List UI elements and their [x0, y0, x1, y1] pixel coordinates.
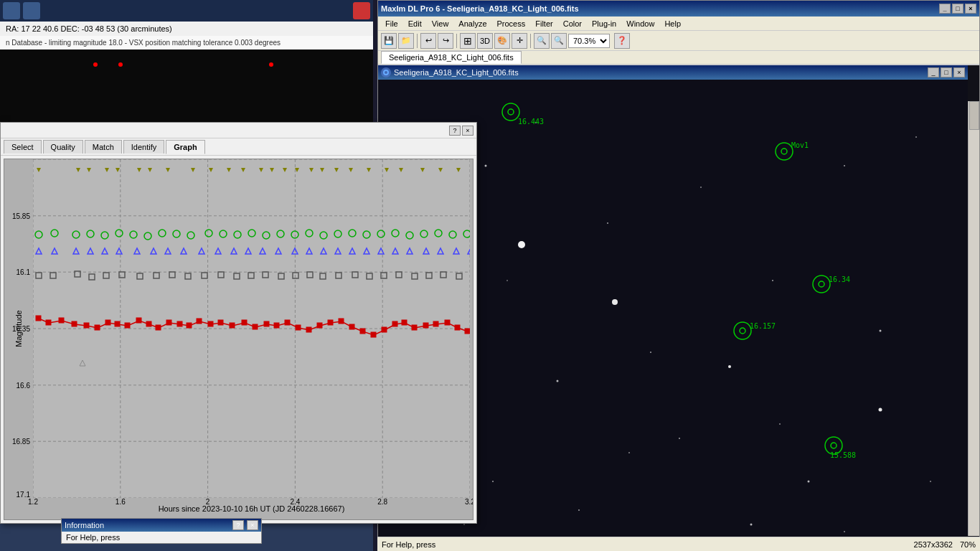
svg-rect-201	[328, 320, 333, 325]
svg-point-6	[700, 187, 702, 188]
menu-help[interactable]: Help	[660, 18, 685, 29]
menu-window[interactable]: Window	[622, 18, 659, 29]
toolbar-cross-btn[interactable]: ✛	[512, 33, 527, 49]
menu-edit[interactable]: Edit	[404, 18, 426, 29]
svg-rect-213	[455, 325, 460, 330]
toolbar-redo-btn[interactable]: ↪	[438, 33, 453, 49]
desktop-icon-3	[353, 2, 370, 19]
close-button[interactable]: ×	[965, 4, 976, 14]
info-close-btn[interactable]: ×	[247, 520, 258, 530]
toolbar-help-btn[interactable]: ❓	[614, 33, 630, 49]
inner-window-title: Seeligeria_A918_KC_Light_006.fits	[394, 68, 519, 77]
svg-point-7	[772, 280, 773, 281]
file-tab[interactable]: Seeligeria_A918_KC_Light_006.fits	[381, 51, 522, 64]
phot-tab-quality[interactable]: Quality	[43, 140, 83, 154]
status-bar: For Help, press 2537x3362 70%	[377, 537, 980, 551]
svg-rect-203	[349, 324, 354, 329]
info-content: For Help, press	[62, 532, 261, 543]
svg-point-23	[930, 481, 931, 482]
toolbar-zoom-out-btn[interactable]: 🔍	[534, 33, 550, 49]
svg-text:16.157: 16.157	[750, 322, 776, 330]
inner-window-controls: _ □ ×	[928, 67, 965, 77]
y-label-161: 16.1	[17, 268, 30, 276]
menu-analyze[interactable]: Analyze	[454, 18, 491, 29]
toolbar-3d-btn[interactable]: 3D	[477, 33, 493, 49]
y-axis-labels: 15.6 15.85 16.1 16.35 16.6 16.85 17.1	[6, 159, 32, 498]
svg-rect-179	[95, 325, 100, 330]
zoom-select[interactable]: 70.3% 50% 100%	[568, 34, 610, 48]
menu-file[interactable]: File	[381, 18, 402, 29]
toolbar-undo-btn[interactable]: ↩	[420, 33, 436, 49]
photometry-window: ? × Select Quality Match Identify Graph …	[0, 122, 477, 524]
vertical-scrollbar[interactable]	[968, 101, 979, 536]
info-help-btn[interactable]: ?	[232, 520, 244, 530]
phot-tab-identify[interactable]: Identify	[123, 140, 164, 154]
svg-rect-185	[156, 325, 161, 330]
svg-point-10	[880, 330, 882, 332]
info-text: For Help, press	[66, 533, 120, 542]
phot-tab-match[interactable]: Match	[85, 140, 122, 154]
inner-close-btn[interactable]: ×	[953, 67, 965, 77]
y-label-1635: 16.35	[12, 325, 30, 333]
toolbar-zoom-in-btn[interactable]: 🔍	[551, 33, 567, 49]
ra-dec-label: RA: 17 22 40.6 DEC: -03 48 53 (30 arcmin…	[0, 22, 373, 36]
toolbar-color-btn[interactable]: 🎨	[494, 33, 510, 49]
phot-close-btn[interactable]: ×	[462, 126, 473, 136]
toolbar-img-btn[interactable]: ⊞	[460, 33, 476, 49]
svg-rect-202	[339, 319, 344, 324]
phot-help-btn[interactable]: ?	[449, 126, 461, 136]
info-controls: ? ×	[231, 520, 258, 530]
status-dimensions: 2537x3362	[914, 540, 953, 549]
menu-filter[interactable]: Filter	[531, 18, 557, 29]
toolbar-save-btn[interactable]: 💾	[381, 33, 397, 49]
inner-minimize-btn[interactable]: _	[928, 67, 939, 77]
svg-rect-176	[59, 318, 64, 323]
inner-window-title-left: Seeligeria_A918_KC_Light_006.fits	[381, 67, 519, 77]
y-label-1685: 16.85	[12, 438, 30, 446]
phot-tab-graph[interactable]: Graph	[166, 140, 204, 154]
minimize-button[interactable]: _	[939, 4, 951, 14]
phot-tab-select[interactable]: Select	[4, 140, 42, 154]
svg-rect-183	[136, 318, 141, 323]
scrollbar-thumb[interactable]	[969, 101, 979, 130]
svg-rect-181	[115, 321, 120, 326]
svg-rect-194	[253, 324, 258, 329]
status-help-text: For Help, press	[382, 540, 435, 549]
menu-plugin[interactable]: Plug-in	[588, 18, 621, 29]
svg-point-13	[728, 365, 731, 368]
inner-restore-btn[interactable]: □	[941, 67, 952, 77]
svg-point-27	[844, 531, 845, 532]
toolbar-open-btn[interactable]: 📁	[398, 33, 414, 49]
svg-point-25	[578, 509, 580, 511]
menu-color[interactable]: Color	[559, 18, 586, 29]
svg-point-20	[628, 452, 630, 453]
svg-rect-211	[433, 321, 438, 326]
red-dot-2	[118, 62, 123, 67]
svg-rect-180	[105, 320, 110, 325]
svg-rect-205	[371, 332, 376, 337]
svg-point-8	[507, 280, 508, 281]
svg-point-26	[750, 524, 753, 526]
svg-point-44	[612, 299, 618, 305]
svg-rect-199	[306, 327, 311, 332]
inner-window-titlebar: Seeligeria_A918_KC_Light_006.fits _ □ ×	[378, 65, 968, 80]
inner-window-icon	[381, 67, 391, 77]
svg-rect-209	[412, 325, 417, 330]
menu-view[interactable]: View	[428, 18, 453, 29]
svg-rect-184	[146, 321, 151, 326]
toolbar-sep-2	[456, 34, 457, 48]
maxim-tab-bar: Seeligeria_A918_KC_Light_006.fits	[378, 51, 979, 65]
svg-point-9	[844, 165, 845, 166]
svg-point-16	[557, 380, 559, 382]
svg-rect-174	[36, 316, 41, 321]
svg-rect-192	[230, 323, 235, 328]
svg-point-22	[879, 408, 882, 412]
svg-rect-204	[360, 329, 365, 334]
toolbar-sep-3	[530, 34, 531, 48]
svg-rect-189	[197, 319, 202, 324]
maximize-button[interactable]: □	[952, 4, 963, 14]
graph-area: Magnitude	[4, 159, 473, 520]
menu-process[interactable]: Process	[493, 18, 530, 29]
svg-point-4	[607, 222, 608, 224]
svg-rect-210	[423, 323, 428, 328]
